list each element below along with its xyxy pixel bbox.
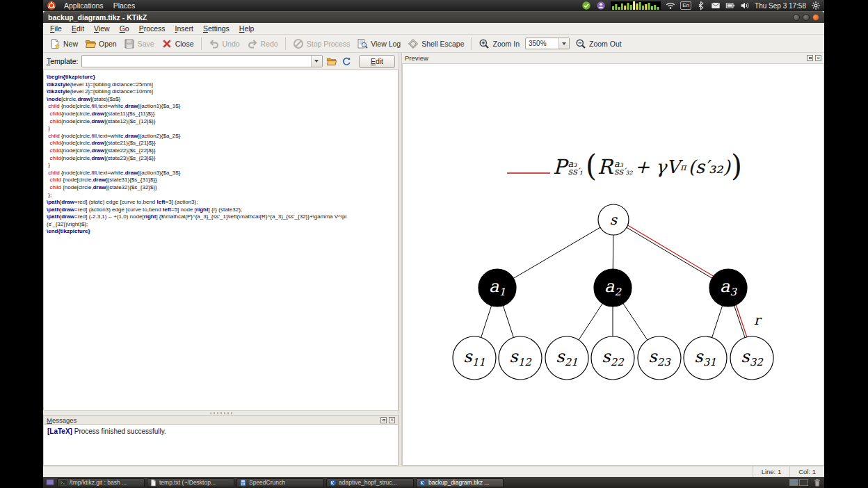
- zoom-in-button[interactable]: Zoom In: [475, 37, 523, 51]
- formula-supsub: π: [680, 163, 686, 172]
- volume-icon[interactable]: [740, 1, 750, 10]
- taskbar: /tmp/ktikz.git : bash ...temp.txt (~/Des…: [43, 477, 824, 488]
- combo-arrow-icon[interactable]: [558, 38, 569, 49]
- code-line[interactable]: child{node[circle,draw](state22){$s_{22}…: [47, 147, 398, 155]
- code-line[interactable]: \path[draw=red] (action3) edge [curve to…: [47, 206, 398, 214]
- code-line[interactable]: \path[draw=red] (-2.3,1) -- +(1,0) node[…: [47, 213, 398, 221]
- menu-view[interactable]: View: [89, 24, 115, 33]
- formula-supsub: a₃ss′₁: [568, 160, 584, 176]
- workspace-switcher[interactable]: [789, 479, 808, 486]
- code-line[interactable]: \path[draw=red] (state) edge [curve to,b…: [47, 199, 398, 206]
- places-menu[interactable]: Places: [111, 1, 138, 10]
- toolbar-button-label: View Log: [371, 40, 401, 48]
- view-log-button[interactable]: View Log: [353, 37, 404, 51]
- template-open-icon[interactable]: [326, 55, 338, 67]
- trash-icon[interactable]: [812, 478, 822, 487]
- code-editor[interactable]: \begin{tikzpicture}\tikzstyle{level 1}=[…: [43, 70, 399, 410]
- keyboard-layout-indicator[interactable]: En: [680, 1, 691, 10]
- menu-file[interactable]: File: [45, 24, 67, 33]
- menu-help[interactable]: Help: [234, 24, 259, 33]
- code-line[interactable]: \begin{tikzpicture}: [47, 74, 398, 81]
- main-area: Template: Edit \begin{tikzpicture}\tikzs…: [43, 53, 824, 466]
- maximize-button[interactable]: [803, 14, 810, 21]
- menu-process[interactable]: Process: [134, 24, 170, 33]
- code-line[interactable]: }: [47, 125, 398, 133]
- applications-menu[interactable]: Applications: [62, 1, 106, 10]
- menu-go[interactable]: Go: [115, 24, 134, 33]
- messages-close-button[interactable]: ×: [389, 417, 395, 423]
- window-buttons: [793, 14, 819, 21]
- code-line[interactable]: child {node[circle,draw](state31){$s_{31…: [47, 177, 398, 184]
- titlebar[interactable]: backup_diagram.tikz - KTikZ: [43, 11, 824, 23]
- template-combobox[interactable]: [81, 55, 323, 67]
- template-combo-arrow-icon[interactable]: [311, 56, 322, 67]
- toolbar-button-label: Save: [138, 40, 154, 48]
- speedcrunch-icon: [239, 479, 247, 487]
- message-tag: [LaTeX]: [47, 428, 72, 435]
- editor-messages-splitter[interactable]: [43, 410, 399, 415]
- template-label: Template:: [47, 57, 79, 65]
- code-line[interactable]: \end{tikzpicture}: [47, 228, 398, 236]
- mail-icon[interactable]: [711, 1, 721, 10]
- bluetooth-icon[interactable]: [696, 1, 706, 10]
- stop-process-icon: [293, 38, 304, 49]
- toolbar-button-label: Shell Escape: [421, 40, 464, 48]
- session-indicator-icon[interactable]: [596, 1, 606, 10]
- menu-insert[interactable]: Insert: [170, 24, 198, 33]
- code-line[interactable]: \node[circle,draw](state){$s$}: [47, 96, 398, 104]
- taskbar-item[interactable]: adaptive_hopf_struc...: [326, 478, 414, 487]
- new-button[interactable]: New: [46, 37, 81, 51]
- update-ok-icon[interactable]: [581, 1, 591, 10]
- messages-detach-button[interactable]: [380, 417, 387, 423]
- code-line[interactable]: \tikzstyle{level 2}=[sibling distance=10…: [47, 88, 398, 96]
- zoom-level-combo[interactable]: 350%: [525, 38, 570, 49]
- toolbar-button-label: Zoom Out: [589, 40, 622, 48]
- preview-formula: Pa₃ss′₁(Ra₃ss′₃₂ + γVπ (s′₃₂)): [553, 150, 743, 184]
- taskbar-item[interactable]: /tmp/ktikz.git : bash ...: [57, 478, 145, 487]
- code-line[interactable]: child{node[circle,draw](state23){$s_{23}…: [47, 155, 398, 163]
- code-line[interactable]: child {node[circle,fill,text=white,draw]…: [47, 103, 398, 111]
- open-button[interactable]: Open: [81, 37, 120, 51]
- open-folder-icon: [85, 38, 96, 49]
- formula-symbol: P: [553, 155, 567, 179]
- save-button: Save: [120, 37, 158, 51]
- template-edit-button[interactable]: Edit: [359, 55, 395, 68]
- taskbar-item[interactable]: backup_diagram.tikz ...: [416, 478, 504, 487]
- template-reload-icon[interactable]: [341, 55, 353, 67]
- wifi-icon[interactable]: [666, 1, 675, 10]
- clock[interactable]: Thu Sep 3 17:58: [755, 2, 806, 10]
- minimize-button[interactable]: [793, 14, 800, 21]
- edge-label-r: r: [754, 312, 762, 327]
- close-button[interactable]: Close: [158, 37, 198, 51]
- formula-text: (s′₃₂): [689, 156, 730, 177]
- code-line[interactable]: }: [47, 162, 398, 170]
- close-window-button[interactable]: [812, 14, 819, 21]
- code-line[interactable]: child {node[circle,fill,text=white,draw]…: [47, 133, 398, 140]
- taskbar-item[interactable]: temp.txt (~/Desktop...: [147, 478, 234, 487]
- audio-visualizer[interactable]: [611, 1, 661, 10]
- code-line[interactable]: \tikzstyle{level 1}=[sibling distance=25…: [47, 81, 398, 89]
- taskbar-item[interactable]: SpeedCrunch: [236, 478, 324, 487]
- splitter-grip[interactable]: [210, 412, 234, 414]
- show-desktop-icon[interactable]: [45, 478, 55, 487]
- code-line[interactable]: child{node[circle,draw](state21){$s_{21}…: [47, 140, 398, 147]
- taskbar-right: [789, 478, 822, 487]
- menu-settings[interactable]: Settings: [198, 24, 234, 33]
- preview-detach-button[interactable]: [807, 55, 813, 61]
- menu-edit[interactable]: Edit: [67, 24, 89, 33]
- shell-escape-button[interactable]: Shell Escape: [404, 37, 467, 51]
- toolbar-separator: [285, 38, 286, 50]
- code-line[interactable]: child{node[circle,draw](state12){$s_{12}…: [47, 118, 398, 126]
- code-line[interactable]: };: [47, 192, 398, 200]
- ubuntu-logo-icon[interactable]: [47, 1, 56, 10]
- zoom-out-button[interactable]: Zoom Out: [572, 37, 625, 51]
- code-line[interactable]: child {node[circle,fill,text=white,draw]…: [47, 170, 398, 177]
- session-gear-icon[interactable]: [811, 1, 821, 10]
- code-line[interactable]: child {node[circle,draw](state32){$s_{32…: [47, 184, 398, 192]
- ktikz-window: backup_diagram.tikz - KTikZ FileEditView…: [43, 11, 824, 477]
- code-line[interactable]: (s'_{32})\right)$};: [47, 221, 398, 229]
- panel-indicators: En Thu Sep 3 17:58: [581, 1, 821, 10]
- preview-close-button[interactable]: ×: [815, 55, 821, 61]
- battery-icon[interactable]: [725, 1, 735, 10]
- code-line[interactable]: child{node[circle,draw](state11){$s_{11}…: [47, 111, 398, 118]
